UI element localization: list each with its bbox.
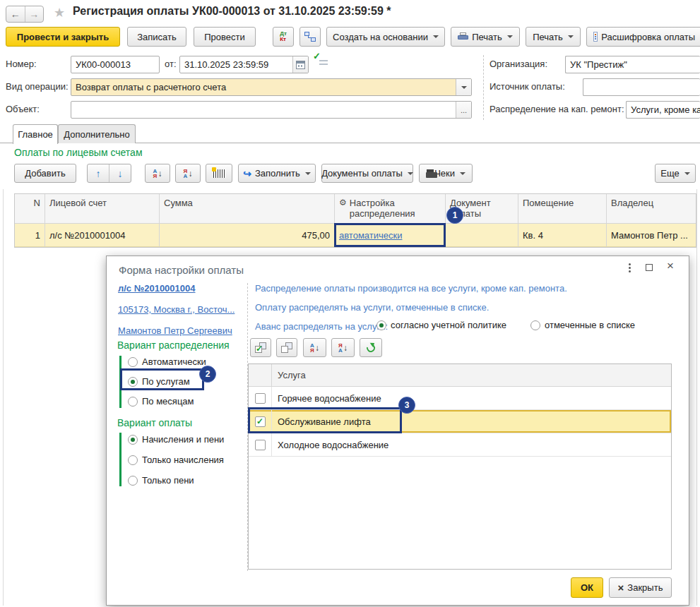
chevron-down-icon <box>568 35 574 38</box>
col-header-account[interactable]: Лицевой счет <box>45 194 160 223</box>
annotation-badge-1: 1 <box>446 207 463 224</box>
owner-link[interactable]: Мамонтов Петр Сергеевич <box>118 325 232 336</box>
move-down-button[interactable]: ↓ <box>109 164 131 182</box>
sort-ascending-icon: АЯ↓ <box>310 343 319 353</box>
fields-divider <box>483 55 484 120</box>
close-button[interactable]: × Закрыть <box>609 577 672 598</box>
post-button[interactable]: Провести <box>194 27 256 47</box>
cell-doc <box>446 224 518 246</box>
move-up-button[interactable]: ↑ <box>88 164 109 182</box>
checkbox-checked-icon[interactable]: ✓ <box>255 416 266 427</box>
checkbox-unchecked-icon[interactable] <box>255 440 266 450</box>
more-button[interactable]: Еще <box>655 164 696 183</box>
service-row-hot-water[interactable]: Горячее водоснабжение <box>249 387 671 410</box>
col-header-n[interactable]: N <box>15 194 45 223</box>
print-menu-button[interactable]: Печать <box>451 27 520 47</box>
tab-additional[interactable]: Дополнительно <box>58 124 136 143</box>
arrow-up-icon: ↑ <box>96 168 101 179</box>
save-button[interactable]: Записать <box>127 27 186 47</box>
sort-descending-icon: ЯА↓ <box>184 169 193 179</box>
dialog-close-icon[interactable]: × <box>667 261 674 271</box>
panel-left-edge <box>3 189 4 606</box>
services-column-header[interactable]: Услуга <box>272 364 312 386</box>
radio-distribution-by-months[interactable]: По месяцам <box>128 396 194 407</box>
dialog-maximize-icon[interactable] <box>646 264 653 271</box>
object-choose-button[interactable]: ... <box>456 102 471 118</box>
service-row-elevator[interactable]: ✓ Обслуживание лифта <box>249 410 671 433</box>
organization-label: Организация: <box>490 59 547 69</box>
payment-decode-button[interactable]: Расшифровка оплаты <box>586 27 700 47</box>
add-row-button[interactable]: Добавить <box>14 164 76 183</box>
address-link[interactable]: 105173, Москва г., Восточ... <box>118 304 235 315</box>
cell-account: л/с №2010001004 <box>45 224 160 246</box>
barcode-icon <box>213 169 225 178</box>
checkbox-unchecked-icon[interactable] <box>255 393 266 404</box>
related-documents-icon <box>304 32 316 42</box>
radio-icon <box>128 455 138 465</box>
dialog-menu-icon[interactable] <box>628 263 631 272</box>
payment-source-field[interactable] <box>583 78 700 96</box>
refresh-button[interactable] <box>360 338 382 357</box>
uncheck-all-button[interactable] <box>276 338 297 357</box>
back-arrow-icon: ← <box>11 8 20 20</box>
number-field[interactable]: УК00-000013 <box>71 56 160 73</box>
panel-right-edge <box>696 189 697 606</box>
operation-dropdown-button[interactable] <box>456 79 471 95</box>
radio-distribution-by-services[interactable]: По услугам <box>128 376 190 387</box>
capital-repair-field[interactable]: Услуги, кроме ка <box>626 101 700 119</box>
tab-main[interactable]: Главное <box>13 124 58 144</box>
dialog-sort-ascending-button[interactable]: АЯ↓ <box>303 338 326 357</box>
radio-distribution-auto[interactable]: Автоматически <box>128 356 206 367</box>
chevron-down-icon <box>461 86 467 89</box>
operation-type-field[interactable]: Возврат оплаты с расчетного счета <box>71 78 472 96</box>
related-documents-button[interactable] <box>299 27 321 47</box>
radio-advance-policy[interactable]: согласно учетной политике <box>376 320 506 330</box>
uncheck-all-icon <box>281 342 292 353</box>
dialog-sort-descending-button[interactable]: ЯА↓ <box>331 338 355 357</box>
object-field[interactable]: ... <box>71 101 472 119</box>
services-list: Услуга Горячее водоснабжение ✓ Обслужива… <box>248 363 672 570</box>
cell-setting: автоматически <box>335 224 446 246</box>
radio-accruals-and-penalties[interactable]: Начисления и пени <box>128 434 224 445</box>
radio-only-penalties[interactable]: Только пени <box>128 475 194 486</box>
chevron-down-icon <box>408 172 413 175</box>
payment-source-label: Источник оплаты: <box>490 81 565 92</box>
table-row[interactable]: 1 л/с №2010001004 475,00 автоматически К… <box>15 224 696 247</box>
table-header-row: N Лицевой счет Сумма ⚙Настройка распреде… <box>15 194 696 224</box>
sort-ascending-button[interactable]: АЯ↓ <box>145 164 170 183</box>
radio-only-accruals[interactable]: Только начисления <box>128 455 224 465</box>
print-button[interactable]: Печать <box>526 27 581 47</box>
barcode-button[interactable] <box>206 164 232 183</box>
nav-back-button[interactable]: ← <box>6 6 25 22</box>
checks-button[interactable]: Чеки <box>419 164 473 183</box>
col-header-room[interactable]: Помещение <box>518 194 607 223</box>
account-link[interactable]: л/с №2010001004 <box>118 283 196 294</box>
distribution-group-title: Вариант распределения <box>117 339 230 351</box>
nav-forward-button[interactable]: → <box>25 6 44 22</box>
ok-button[interactable]: ОК <box>571 577 603 598</box>
sort-descending-button[interactable]: ЯА↓ <box>175 164 201 183</box>
cell-n: 1 <box>15 224 45 246</box>
organization-field[interactable]: УК "Престиж" <box>565 56 700 73</box>
dt-kt-button[interactable]: ДтКт <box>273 27 294 47</box>
number-label: Номер: <box>6 59 37 69</box>
service-row-cold-water[interactable]: Холодное водоснабжение <box>249 433 671 457</box>
create-on-basis-button[interactable]: Создать на основании <box>326 27 445 47</box>
report-icon <box>593 32 598 42</box>
fill-button[interactable]: ↪ Заполнить <box>238 164 316 183</box>
from-label: от: <box>165 59 177 69</box>
payment-documents-button[interactable]: Документы оплаты <box>321 164 413 183</box>
section-title: Оплаты по лицевым счетам <box>14 147 143 158</box>
chevron-down-icon <box>507 35 513 38</box>
distribution-group-bar <box>119 356 121 408</box>
col-header-owner[interactable]: Владелец <box>607 194 696 223</box>
radio-advance-marked[interactable]: отмеченные в списке <box>530 320 635 330</box>
check-all-button[interactable]: ✓ <box>250 338 271 357</box>
calendar-button[interactable] <box>292 56 308 73</box>
date-field[interactable]: 31.10.2025 23:59:59 <box>179 56 309 73</box>
distribution-setting-link[interactable]: автоматически <box>339 230 402 241</box>
post-and-close-button[interactable]: Провести и закрыть <box>6 27 120 47</box>
favorite-star-icon[interactable]: ★ <box>54 5 65 20</box>
col-header-setting[interactable]: ⚙Настройка распределения <box>335 194 446 223</box>
col-header-sum[interactable]: Сумма <box>160 194 335 223</box>
